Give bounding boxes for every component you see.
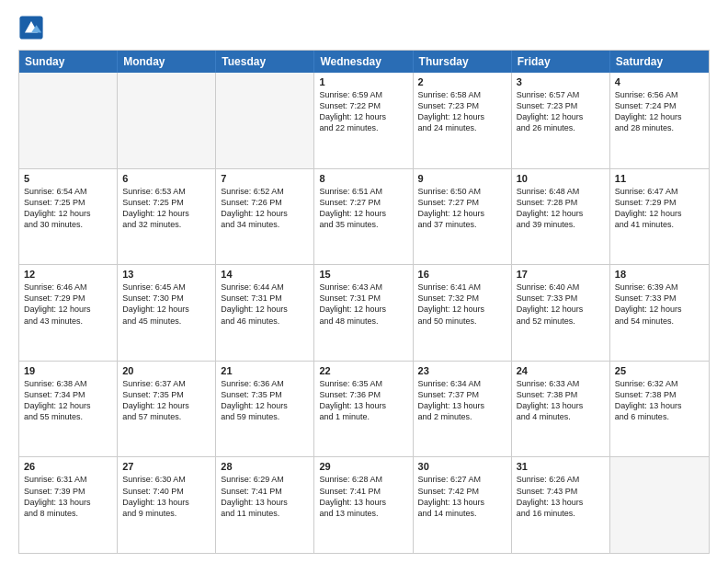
calendar-cell-18: 18Sunrise: 6:39 AM Sunset: 7:33 PM Dayli…	[610, 265, 709, 361]
calendar: SundayMondayTuesdayWednesdayThursdayFrid…	[18, 50, 710, 554]
calendar-header: SundayMondayTuesdayWednesdayThursdayFrid…	[19, 51, 709, 73]
calendar-cell-5: 5Sunrise: 6:54 AM Sunset: 7:25 PM Daylig…	[19, 169, 118, 265]
calendar-cell-3: 3Sunrise: 6:57 AM Sunset: 7:23 PM Daylig…	[512, 73, 610, 168]
calendar-cell-13: 13Sunrise: 6:45 AM Sunset: 7:30 PM Dayli…	[118, 265, 216, 361]
calendar-cell-20: 20Sunrise: 6:37 AM Sunset: 7:35 PM Dayli…	[118, 362, 216, 457]
day-number: 25	[615, 365, 704, 376]
day-number: 19	[24, 365, 112, 376]
day-number: 15	[319, 269, 407, 280]
cell-info: Sunrise: 6:31 AM Sunset: 7:39 PM Dayligh…	[24, 474, 112, 519]
day-number: 3	[517, 76, 605, 87]
cell-info: Sunrise: 6:52 AM Sunset: 7:26 PM Dayligh…	[221, 186, 309, 231]
cell-info: Sunrise: 6:45 AM Sunset: 7:30 PM Dayligh…	[122, 282, 210, 327]
day-number: 20	[122, 365, 210, 376]
header-day-wednesday: Wednesday	[314, 51, 413, 73]
day-number: 4	[615, 76, 704, 87]
day-number: 12	[24, 269, 112, 280]
cell-info: Sunrise: 6:57 AM Sunset: 7:23 PM Dayligh…	[517, 89, 605, 134]
header-day-saturday: Saturday	[610, 51, 709, 73]
calendar-cell-8: 8Sunrise: 6:51 AM Sunset: 7:27 PM Daylig…	[314, 169, 413, 265]
cell-info: Sunrise: 6:35 AM Sunset: 7:36 PM Dayligh…	[319, 378, 407, 423]
day-number: 8	[319, 173, 407, 184]
header-day-friday: Friday	[512, 51, 610, 73]
day-number: 10	[517, 173, 605, 184]
calendar-cell-empty	[19, 73, 118, 168]
cell-info: Sunrise: 6:29 AM Sunset: 7:41 PM Dayligh…	[221, 474, 309, 519]
cell-info: Sunrise: 6:44 AM Sunset: 7:31 PM Dayligh…	[221, 282, 309, 327]
cell-info: Sunrise: 6:40 AM Sunset: 7:33 PM Dayligh…	[517, 282, 605, 327]
day-number: 22	[319, 365, 407, 376]
calendar-cell-1: 1Sunrise: 6:59 AM Sunset: 7:22 PM Daylig…	[314, 73, 413, 168]
calendar-cell-12: 12Sunrise: 6:46 AM Sunset: 7:29 PM Dayli…	[19, 265, 118, 361]
calendar-row-3: 19Sunrise: 6:38 AM Sunset: 7:34 PM Dayli…	[19, 362, 709, 458]
calendar-cell-6: 6Sunrise: 6:53 AM Sunset: 7:25 PM Daylig…	[118, 169, 216, 265]
header-day-sunday: Sunday	[19, 51, 118, 73]
day-number: 6	[122, 173, 210, 184]
calendar-cell-16: 16Sunrise: 6:41 AM Sunset: 7:32 PM Dayli…	[414, 265, 512, 361]
day-number: 23	[418, 365, 506, 376]
day-number: 5	[24, 173, 112, 184]
calendar-row-4: 26Sunrise: 6:31 AM Sunset: 7:39 PM Dayli…	[19, 457, 709, 553]
cell-info: Sunrise: 6:59 AM Sunset: 7:22 PM Dayligh…	[319, 89, 407, 134]
cell-info: Sunrise: 6:56 AM Sunset: 7:24 PM Dayligh…	[615, 89, 704, 134]
cell-info: Sunrise: 6:53 AM Sunset: 7:25 PM Dayligh…	[122, 186, 210, 231]
day-number: 7	[221, 173, 309, 184]
calendar-cell-26: 26Sunrise: 6:31 AM Sunset: 7:39 PM Dayli…	[19, 457, 118, 553]
calendar-cell-10: 10Sunrise: 6:48 AM Sunset: 7:28 PM Dayli…	[512, 169, 610, 265]
day-number: 11	[615, 173, 704, 184]
calendar-cell-28: 28Sunrise: 6:29 AM Sunset: 7:41 PM Dayli…	[216, 457, 314, 553]
cell-info: Sunrise: 6:38 AM Sunset: 7:34 PM Dayligh…	[24, 378, 112, 423]
cell-info: Sunrise: 6:27 AM Sunset: 7:42 PM Dayligh…	[418, 474, 506, 519]
cell-info: Sunrise: 6:48 AM Sunset: 7:28 PM Dayligh…	[517, 186, 605, 231]
calendar-row-0: 1Sunrise: 6:59 AM Sunset: 7:22 PM Daylig…	[19, 73, 709, 169]
calendar-row-2: 12Sunrise: 6:46 AM Sunset: 7:29 PM Dayli…	[19, 265, 709, 362]
cell-info: Sunrise: 6:36 AM Sunset: 7:35 PM Dayligh…	[221, 378, 309, 423]
calendar-cell-22: 22Sunrise: 6:35 AM Sunset: 7:36 PM Dayli…	[314, 362, 413, 457]
calendar-cell-23: 23Sunrise: 6:34 AM Sunset: 7:37 PM Dayli…	[414, 362, 512, 457]
cell-info: Sunrise: 6:58 AM Sunset: 7:23 PM Dayligh…	[418, 89, 506, 134]
calendar-cell-27: 27Sunrise: 6:30 AM Sunset: 7:40 PM Dayli…	[118, 457, 216, 553]
calendar-cell-24: 24Sunrise: 6:33 AM Sunset: 7:38 PM Dayli…	[512, 362, 610, 457]
cell-info: Sunrise: 6:32 AM Sunset: 7:38 PM Dayligh…	[615, 378, 704, 423]
day-number: 18	[615, 269, 704, 280]
day-number: 27	[122, 461, 210, 472]
calendar-cell-30: 30Sunrise: 6:27 AM Sunset: 7:42 PM Dayli…	[414, 457, 512, 553]
cell-info: Sunrise: 6:50 AM Sunset: 7:27 PM Dayligh…	[418, 186, 506, 231]
day-number: 9	[418, 173, 506, 184]
calendar-cell-2: 2Sunrise: 6:58 AM Sunset: 7:23 PM Daylig…	[414, 73, 512, 168]
day-number: 14	[221, 269, 309, 280]
cell-info: Sunrise: 6:37 AM Sunset: 7:35 PM Dayligh…	[122, 378, 210, 423]
header-day-thursday: Thursday	[414, 51, 512, 73]
logo-icon	[18, 15, 44, 40]
day-number: 21	[221, 365, 309, 376]
cell-info: Sunrise: 6:26 AM Sunset: 7:43 PM Dayligh…	[517, 474, 605, 519]
calendar-cell-19: 19Sunrise: 6:38 AM Sunset: 7:34 PM Dayli…	[19, 362, 118, 457]
day-number: 26	[24, 461, 112, 472]
calendar-cell-29: 29Sunrise: 6:28 AM Sunset: 7:41 PM Dayli…	[314, 457, 413, 553]
calendar-cell-11: 11Sunrise: 6:47 AM Sunset: 7:29 PM Dayli…	[610, 169, 709, 265]
cell-info: Sunrise: 6:43 AM Sunset: 7:31 PM Dayligh…	[319, 282, 407, 327]
calendar-cell-15: 15Sunrise: 6:43 AM Sunset: 7:31 PM Dayli…	[314, 265, 413, 361]
day-number: 17	[517, 269, 605, 280]
calendar-cell-empty	[610, 457, 709, 553]
header-day-monday: Monday	[118, 51, 216, 73]
cell-info: Sunrise: 6:34 AM Sunset: 7:37 PM Dayligh…	[418, 378, 506, 423]
day-number: 16	[418, 269, 506, 280]
cell-info: Sunrise: 6:47 AM Sunset: 7:29 PM Dayligh…	[615, 186, 704, 231]
calendar-cell-25: 25Sunrise: 6:32 AM Sunset: 7:38 PM Dayli…	[610, 362, 709, 457]
day-number: 1	[319, 76, 407, 87]
calendar-cell-7: 7Sunrise: 6:52 AM Sunset: 7:26 PM Daylig…	[216, 169, 314, 265]
day-number: 2	[418, 76, 506, 87]
day-number: 24	[517, 365, 605, 376]
calendar-cell-empty	[118, 73, 216, 168]
day-number: 13	[122, 269, 210, 280]
day-number: 28	[221, 461, 309, 472]
cell-info: Sunrise: 6:33 AM Sunset: 7:38 PM Dayligh…	[517, 378, 605, 423]
page-header	[18, 15, 710, 40]
calendar-cell-21: 21Sunrise: 6:36 AM Sunset: 7:35 PM Dayli…	[216, 362, 314, 457]
cell-info: Sunrise: 6:39 AM Sunset: 7:33 PM Dayligh…	[615, 282, 704, 327]
cell-info: Sunrise: 6:28 AM Sunset: 7:41 PM Dayligh…	[319, 474, 407, 519]
cell-info: Sunrise: 6:54 AM Sunset: 7:25 PM Dayligh…	[24, 186, 112, 231]
day-number: 30	[418, 461, 506, 472]
cell-info: Sunrise: 6:51 AM Sunset: 7:27 PM Dayligh…	[319, 186, 407, 231]
